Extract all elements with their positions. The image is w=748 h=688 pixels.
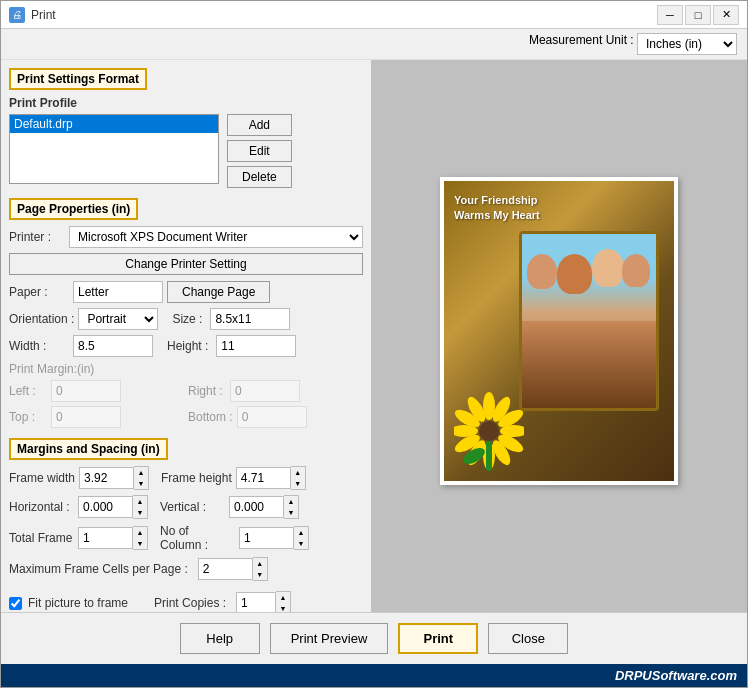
change-printer-button[interactable]: Change Printer Setting <box>9 253 363 275</box>
delete-button[interactable]: Delete <box>227 166 292 188</box>
height-input[interactable] <box>216 335 296 357</box>
print-copies-down[interactable]: ▼ <box>276 603 290 612</box>
frame-height-input[interactable] <box>236 467 291 489</box>
frame-width-down[interactable]: ▼ <box>134 478 148 489</box>
no-of-column-label: No ofColumn : <box>160 524 235 552</box>
orientation-row: Orientation : Portrait Size : <box>9 308 363 330</box>
minimize-button[interactable]: ─ <box>657 5 683 25</box>
vertical-label: Vertical : <box>160 500 225 514</box>
edit-button[interactable]: Edit <box>227 140 292 162</box>
vertical-up[interactable]: ▲ <box>284 496 298 507</box>
max-frame-spinner[interactable]: ▲ ▼ <box>198 557 268 581</box>
print-margin-label: Print Margin:(in) <box>9 362 363 376</box>
photo-background: Your Friendship Warms My Heart <box>444 181 674 481</box>
print-button[interactable]: Print <box>398 623 478 654</box>
measurement-bar: Measurement Unit : Inches (in) <box>1 29 747 60</box>
drpu-footer: DRPUSoftware.com <box>1 664 747 687</box>
profile-buttons: Add Edit Delete <box>227 114 292 188</box>
print-preview-button[interactable]: Print Preview <box>270 623 389 654</box>
print-margin-section: Print Margin:(in) Left : Right : Top : <box>9 362 363 428</box>
print-settings-section: Print Settings Format Print Profile Defa… <box>9 68 363 188</box>
maximize-button[interactable]: □ <box>685 5 711 25</box>
horizontal-up[interactable]: ▲ <box>133 496 147 507</box>
orientation-select[interactable]: Portrait <box>78 308 158 330</box>
print-preview-container: Your Friendship Warms My Heart <box>440 177 678 485</box>
photo-text-line1: Your Friendship <box>454 194 538 206</box>
profile-list[interactable]: Default.drp <box>9 114 219 184</box>
total-frame-btns: ▲ ▼ <box>133 526 148 550</box>
printer-row: Printer : Microsoft XPS Document Writer <box>9 226 363 248</box>
right-panel: Your Friendship Warms My Heart <box>371 60 747 612</box>
size-input[interactable] <box>210 308 290 330</box>
window-controls: ─ □ ✕ <box>657 5 739 25</box>
frame-width-btns: ▲ ▼ <box>134 466 149 490</box>
close-button[interactable]: Close <box>488 623 568 654</box>
frame-height-label: Frame height <box>161 471 232 485</box>
photo-frame <box>519 231 659 411</box>
fit-picture-checkbox[interactable] <box>9 597 22 610</box>
frame-width-input[interactable] <box>79 467 134 489</box>
frame-width-up[interactable]: ▲ <box>134 467 148 478</box>
horizontal-down[interactable]: ▼ <box>133 507 147 518</box>
no-of-column-btns: ▲ ▼ <box>294 526 309 550</box>
vertical-btns: ▲ ▼ <box>284 495 299 519</box>
titlebar-left: 🖨 Print <box>9 7 56 23</box>
size-label: Size : <box>172 312 202 326</box>
max-frame-label: Maximum Frame Cells per Page : <box>9 562 188 576</box>
help-button[interactable]: Help <box>180 623 260 654</box>
total-frame-up[interactable]: ▲ <box>133 527 147 538</box>
profile-row: Default.drp Add Edit Delete <box>9 114 363 188</box>
paper-input[interactable] <box>73 281 163 303</box>
left-margin-label: Left : <box>9 384 47 398</box>
svg-rect-13 <box>486 441 492 471</box>
no-of-column-spinner[interactable]: ▲ ▼ <box>239 526 309 550</box>
max-frame-up[interactable]: ▲ <box>253 558 267 569</box>
right-margin-item: Right : <box>188 380 363 402</box>
frame-width-spinner[interactable]: ▲ ▼ <box>79 466 149 490</box>
total-frame-down[interactable]: ▼ <box>133 538 147 549</box>
horizontal-spinner[interactable]: ▲ ▼ <box>78 495 148 519</box>
printer-select[interactable]: Microsoft XPS Document Writer <box>69 226 363 248</box>
titlebar: 🖨 Print ─ □ ✕ <box>1 1 747 29</box>
frame-width-label: Frame width <box>9 471 75 485</box>
margins-spacing-section: Margins and Spacing (in) Frame width ▲ ▼… <box>9 438 363 581</box>
bottom-bar: Help Print Preview Print Close <box>1 612 747 664</box>
measurement-unit-select[interactable]: Inches (in) <box>637 33 737 55</box>
width-height-row: Width : Height : <box>9 335 363 357</box>
add-button[interactable]: Add <box>227 114 292 136</box>
profile-item[interactable]: Default.drp <box>10 115 218 133</box>
window-title: Print <box>31 8 56 22</box>
close-window-button[interactable]: ✕ <box>713 5 739 25</box>
frame-height-up[interactable]: ▲ <box>291 467 305 478</box>
top-margin-label: Top : <box>9 410 47 424</box>
total-frame-spinner[interactable]: ▲ ▼ <box>78 526 148 550</box>
frame-height-spinner[interactable]: ▲ ▼ <box>236 466 306 490</box>
horiz-vert-row: Horizontal : ▲ ▼ Vertical : ▲ ▼ <box>9 495 363 519</box>
print-copies-up[interactable]: ▲ <box>276 592 290 603</box>
left-margin-item: Left : <box>9 380 184 402</box>
no-of-column-down[interactable]: ▼ <box>294 538 308 549</box>
frame-height-down[interactable]: ▼ <box>291 478 305 489</box>
paper-row: Paper : Change Page <box>9 281 363 303</box>
total-frame-input[interactable] <box>78 527 133 549</box>
print-copies-spinner[interactable]: ▲ ▼ <box>236 591 291 612</box>
left-margin-input <box>51 380 121 402</box>
frame-height-btns: ▲ ▼ <box>291 466 306 490</box>
vertical-input[interactable] <box>229 496 284 518</box>
max-frame-input[interactable] <box>198 558 253 580</box>
print-copies-input[interactable] <box>236 592 276 612</box>
orientation-label: Orientation : <box>9 312 74 326</box>
vertical-down[interactable]: ▼ <box>284 507 298 518</box>
no-of-column-input[interactable] <box>239 527 294 549</box>
people-photo <box>522 234 656 408</box>
change-page-button[interactable]: Change Page <box>167 281 270 303</box>
max-frame-down[interactable]: ▼ <box>253 569 267 580</box>
sunflower-decoration <box>454 391 524 471</box>
page-properties-header: Page Properties (in) <box>9 198 138 220</box>
margins-grid: Left : Right : Top : Bottom : <box>9 380 363 428</box>
width-input[interactable] <box>73 335 153 357</box>
photo-text-overlay: Your Friendship Warms My Heart <box>454 193 540 224</box>
vertical-spinner[interactable]: ▲ ▼ <box>229 495 299 519</box>
no-of-column-up[interactable]: ▲ <box>294 527 308 538</box>
horizontal-input[interactable] <box>78 496 133 518</box>
